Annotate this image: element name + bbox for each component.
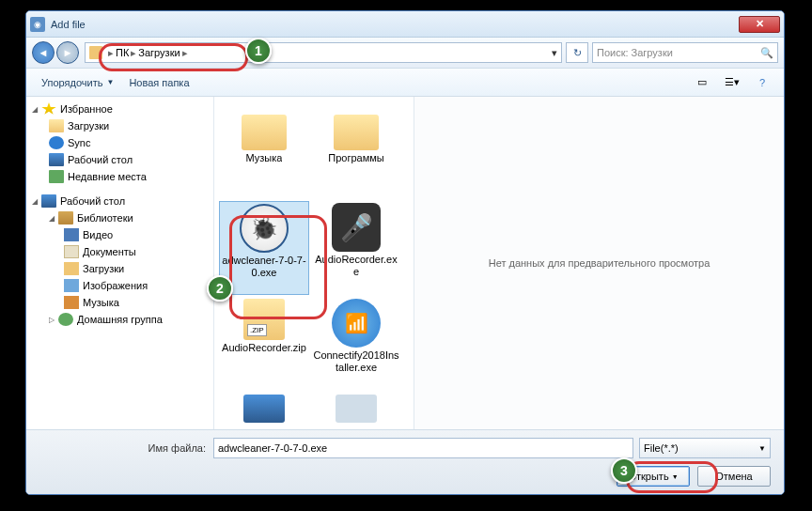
file-item[interactable]: AudioRecorder.zip	[219, 297, 309, 391]
chevron-right-icon: ▸	[108, 47, 114, 59]
split-arrow-icon: ▼	[672, 473, 679, 480]
window-title: Add file	[51, 19, 739, 30]
filename-input[interactable]	[213, 438, 633, 458]
preview-pane: Нет данных для предварительного просмотр…	[414, 97, 784, 429]
forward-button[interactable]: ►	[56, 41, 79, 64]
preview-empty-text: Нет данных для предварительного просмотр…	[489, 257, 710, 269]
badge-3: 3	[611, 457, 637, 484]
exe-icon	[243, 395, 285, 423]
breadcrumb[interactable]: ▸ ПК ▸ Загрузки ▸ ▾	[85, 42, 562, 63]
file-item[interactable]: Connectify2018Installer.exe	[311, 297, 401, 391]
new-folder-button[interactable]: Новая папка	[121, 74, 196, 91]
sidebar: ◢Избранное Загрузки Sync Рабочий стол Не…	[26, 97, 214, 429]
filename-label: Имя файла:	[39, 442, 213, 454]
sidebar-sync[interactable]: Sync	[28, 134, 211, 151]
folder-icon	[242, 115, 287, 150]
preview-pane-button[interactable]: ▭	[688, 73, 716, 92]
organize-button[interactable]: Упорядочить ▼	[34, 74, 121, 91]
sidebar-favorites[interactable]: ◢Избранное	[28, 101, 211, 117]
search-placeholder: Поиск: Загрузки	[597, 47, 673, 58]
file-item[interactable]	[219, 393, 309, 429]
exe-icon	[332, 299, 381, 348]
back-button[interactable]: ◄	[32, 41, 55, 64]
app-icon: ◉	[30, 17, 45, 32]
sidebar-desktop[interactable]: Рабочий стол	[28, 151, 211, 168]
folder-item[interactable]: Музыка	[219, 105, 309, 199]
titlebar: ◉ Add file ✕	[26, 11, 784, 38]
sidebar-documents[interactable]: Документы	[28, 243, 211, 260]
sidebar-homegroup[interactable]: ▷Домашняя группа	[28, 311, 211, 328]
file-list[interactable]: Музыка Программы adwcleaner-7-0-7-0.exe …	[214, 97, 414, 429]
search-icon: 🔍	[760, 47, 773, 59]
exe-icon	[332, 203, 381, 252]
bottom-bar: Имя файла: File(*.*) ▼ Открыть ▼ Отмена	[26, 429, 784, 495]
breadcrumb-segment[interactable]: ПК	[116, 47, 129, 58]
chevron-down-icon: ▼	[106, 78, 114, 86]
filetype-combo[interactable]: File(*.*) ▼	[639, 438, 771, 458]
help-button[interactable]: ?	[748, 73, 776, 92]
refresh-button[interactable]: ↻	[566, 42, 588, 63]
sidebar-libraries[interactable]: ◢Библиотеки	[28, 209, 211, 226]
exe-icon	[240, 204, 289, 253]
nav-row: ◄ ► ▸ ПК ▸ Загрузки ▸ ▾ ↻ Поиск: Загрузк…	[26, 38, 784, 69]
pc-icon	[89, 46, 102, 59]
view-options-button[interactable]: ☰▾	[718, 73, 746, 92]
main-area: ◢Избранное Загрузки Sync Рабочий стол Не…	[26, 97, 784, 429]
zip-icon	[243, 299, 285, 340]
chevron-right-icon: ▸	[131, 47, 136, 59]
close-button[interactable]: ✕	[739, 16, 780, 33]
breadcrumb-dropdown-icon[interactable]: ▾	[552, 47, 557, 59]
file-item[interactable]: AudioRecorder.exe	[311, 201, 401, 295]
sidebar-desktop2[interactable]: ◢Рабочий стол	[28, 193, 211, 209]
breadcrumb-segment[interactable]: Загрузки	[138, 47, 180, 58]
file-item-selected[interactable]: adwcleaner-7-0-7-0.exe	[219, 201, 309, 295]
exe-icon	[336, 395, 377, 423]
badge-2: 2	[207, 275, 233, 302]
sidebar-music[interactable]: Музыка	[28, 294, 211, 311]
chevron-down-icon: ▼	[758, 444, 766, 453]
sidebar-video[interactable]: Видео	[28, 226, 211, 243]
chevron-right-icon: ▸	[182, 47, 188, 59]
sidebar-recent[interactable]: Недавние места	[28, 168, 211, 185]
sidebar-images[interactable]: Изображения	[28, 277, 211, 294]
sidebar-downloads2[interactable]: Загрузки	[28, 260, 211, 277]
sidebar-downloads[interactable]: Загрузки	[28, 117, 211, 134]
file-dialog-window: ◉ Add file ✕ ◄ ► ▸ ПК ▸ Загрузки ▸ ▾ ↻ П…	[25, 10, 785, 495]
cancel-button[interactable]: Отмена	[697, 466, 771, 487]
toolbar: Упорядочить ▼ Новая папка ▭ ☰▾ ?	[26, 69, 784, 97]
search-input[interactable]: Поиск: Загрузки 🔍	[592, 42, 778, 63]
folder-icon	[334, 115, 379, 150]
badge-1: 1	[245, 38, 272, 64]
file-item[interactable]	[311, 393, 401, 429]
folder-item[interactable]: Программы	[311, 105, 401, 199]
